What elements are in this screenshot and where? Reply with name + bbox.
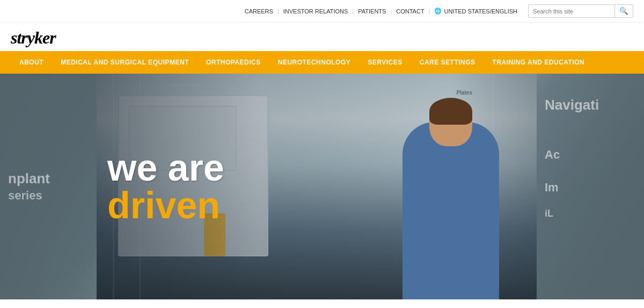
hero-panel-right: Navigati Ac Im iL [537,74,644,299]
person-hair [429,98,472,125]
panel-right-line3: Im [545,180,636,196]
nav-services[interactable]: SERVICES [359,51,411,74]
globe-icon: 🌐 [434,8,442,15]
person-body [402,122,499,299]
search-icon: 🔍 [619,7,628,15]
panel-right-line1: Navigati [545,95,636,114]
hero-person [392,117,510,299]
careers-link[interactable]: CAREERS [240,8,277,15]
main-nav: ABOUT MEDICAL AND SURGICAL EQUIPMENT ORT… [0,51,644,74]
search-button[interactable]: 🔍 [614,5,633,17]
nav-training[interactable]: TRAINING AND EDUCATION [484,51,594,74]
panel-right-line4: iL [545,207,636,220]
panel-right-line2: Ac [545,147,636,163]
contact-link[interactable]: CONTACT [392,8,428,15]
patients-link[interactable]: PATIENTS [354,8,390,15]
top-bar-links: CAREERS | INVESTOR RELATIONS | PATIENTS … [240,8,522,15]
region-label: UNITED STATES/ENGLISH [444,8,517,15]
hero-text: we are driven [107,149,224,224]
region-selector[interactable]: 🌐 UNITED STATES/ENGLISH [430,8,522,15]
top-bar: CAREERS | INVESTOR RELATIONS | PATIENTS … [0,0,644,23]
logo[interactable]: stryker [11,28,56,48]
nav-about[interactable]: ABOUT [11,51,52,74]
hero-section: Plates nplant series Navigati Ac Im iL w… [0,74,644,299]
investor-relations-link[interactable]: INVESTOR RELATIONS [279,8,353,15]
bottom-teaser: TEAM [0,299,644,308]
panel-left-text: nplant series [8,170,89,203]
hero-line1: we are [107,149,224,187]
panel-left-line2: series [8,188,89,204]
nav-neurotechnology[interactable]: NEUROTECHNOLOGY [269,51,360,74]
search-bar[interactable]: 🔍 [528,4,633,18]
nav-medical[interactable]: MEDICAL AND SURGICAL EQUIPMENT [52,51,197,74]
header: stryker [0,23,644,51]
hero-line2: driven [107,187,224,224]
panel-left-line1: nplant [8,170,89,188]
hero-panel-left: nplant series [0,74,97,299]
nav-care-settings[interactable]: CARE SETTINGS [411,51,484,74]
search-input[interactable] [529,6,614,17]
nav-orthopaedics[interactable]: ORTHOPAEDICS [197,51,269,74]
